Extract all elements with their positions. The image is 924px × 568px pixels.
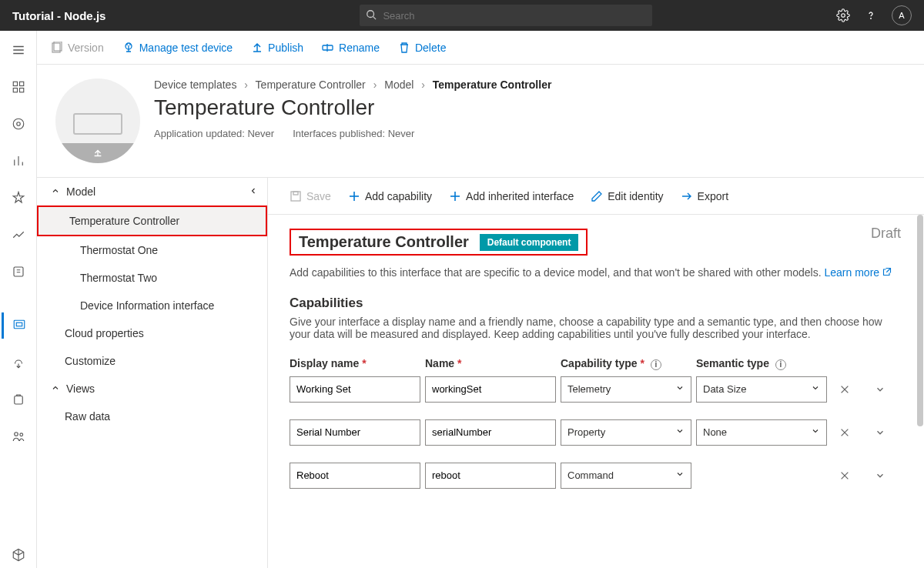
- chevron-down-icon: [675, 383, 685, 395]
- svg-rect-8: [19, 82, 23, 85]
- capability-type-select[interactable]: Telemetry: [561, 376, 691, 403]
- section-title: Temperature Controller: [299, 233, 469, 251]
- col-display-name: Display name *: [290, 357, 420, 370]
- display-name-field[interactable]: [290, 419, 420, 446]
- semantic-type-select[interactable]: Data Size: [696, 376, 827, 403]
- users-icon[interactable]: [2, 423, 35, 449]
- svg-point-2: [842, 14, 845, 18]
- nav-rail: [0, 31, 37, 568]
- svg-rect-18: [16, 322, 22, 326]
- scrollbar[interactable]: [916, 215, 924, 568]
- col-capability-type: Capability type * i: [561, 357, 691, 370]
- capability-row: Property None: [290, 419, 902, 446]
- col-semantic-type: Semantic type i: [696, 357, 827, 370]
- semantic-type-select[interactable]: None: [696, 419, 827, 446]
- breadcrumb-template[interactable]: Temperature Controller: [256, 79, 366, 91]
- svg-point-11: [13, 119, 24, 129]
- edit-identity-button[interactable]: Edit identity: [591, 190, 663, 202]
- gear-icon[interactable]: [836, 8, 850, 22]
- svg-point-0: [367, 10, 374, 17]
- svg-rect-10: [19, 89, 23, 92]
- dashboard-icon[interactable]: [2, 74, 35, 100]
- topbar-right: A: [836, 5, 912, 25]
- page-header: Device templates › Temperature Controlle…: [37, 65, 924, 178]
- expand-row-button[interactable]: [867, 470, 893, 481]
- name-field[interactable]: [425, 419, 556, 446]
- tree-node-cloud-properties[interactable]: Cloud properties: [37, 319, 267, 347]
- section-title-highlight: Temperature Controller Default component: [290, 229, 588, 256]
- status-badge: Draft: [871, 226, 901, 242]
- expand-row-button[interactable]: [867, 384, 893, 395]
- tree-node-customize[interactable]: Customize: [37, 347, 267, 375]
- capabilities-description: Give your interface a display name and a…: [290, 316, 902, 340]
- views-tree-header[interactable]: Views: [37, 375, 267, 403]
- display-name-field[interactable]: [290, 463, 420, 489]
- capability-row: Telemetry Data Size: [290, 376, 902, 403]
- chevron-down-icon: [675, 469, 685, 481]
- manage-test-device-button[interactable]: Manage test device: [122, 42, 233, 54]
- svg-rect-7: [13, 82, 17, 85]
- external-link-icon: [882, 266, 892, 276]
- breadcrumb: Device templates › Temperature Controlle…: [154, 79, 551, 91]
- svg-rect-16: [14, 267, 23, 276]
- device-templates-icon[interactable]: [2, 312, 35, 339]
- device-template-icon[interactable]: [55, 79, 140, 163]
- search-box[interactable]: [360, 5, 652, 26]
- name-field[interactable]: [425, 376, 556, 403]
- breadcrumb-model[interactable]: Model: [384, 79, 413, 91]
- tree-node-thermostat-one[interactable]: Thermostat One: [37, 236, 267, 264]
- help-icon[interactable]: [864, 8, 878, 22]
- svg-rect-9: [13, 89, 17, 92]
- command-bar: Version Manage test device Publish Renam…: [37, 31, 924, 65]
- content-toolbar: Save Add capability Add inherited interf…: [268, 178, 924, 215]
- tree-node-raw-data[interactable]: Raw data: [37, 403, 267, 430]
- hamburger-icon[interactable]: [2, 37, 35, 63]
- delete-row-button[interactable]: [832, 384, 858, 395]
- default-component-badge: Default component: [480, 234, 579, 251]
- version-button: Version: [51, 42, 104, 54]
- name-field[interactable]: [425, 463, 556, 489]
- display-name-field[interactable]: [290, 376, 420, 403]
- analytics-icon[interactable]: [2, 148, 35, 174]
- learn-more-link[interactable]: Learn more: [825, 266, 892, 279]
- interfaces-published-meta: Interfaces published: Never: [293, 128, 414, 139]
- jobs-icon[interactable]: [2, 259, 35, 285]
- capability-type-select[interactable]: Property: [561, 419, 691, 446]
- delete-row-button[interactable]: [832, 427, 858, 438]
- rules-icon[interactable]: [2, 185, 35, 211]
- tree-node-temperature-controller[interactable]: Temperature Controller: [37, 205, 267, 236]
- admin-icon[interactable]: [2, 386, 35, 413]
- model-tree-header[interactable]: Model: [37, 178, 267, 205]
- search-input[interactable]: [383, 10, 646, 22]
- chevron-left-icon[interactable]: [249, 185, 258, 198]
- info-icon[interactable]: i: [775, 359, 786, 370]
- export-button[interactable]: Export: [681, 190, 728, 202]
- rename-button[interactable]: Rename: [322, 42, 380, 54]
- avatar[interactable]: A: [892, 5, 912, 25]
- publish-button[interactable]: Publish: [251, 42, 303, 54]
- chart-icon[interactable]: [2, 222, 35, 248]
- capabilities-table-header: Display name * Name * Capability type * …: [290, 357, 902, 370]
- svg-point-21: [19, 433, 22, 436]
- svg-rect-27: [293, 192, 298, 195]
- delete-row-button[interactable]: [832, 470, 858, 481]
- breadcrumb-current: Temperature Controller: [433, 79, 552, 91]
- tree-node-device-information[interactable]: Device Information interface: [37, 292, 267, 319]
- svg-line-1: [373, 16, 377, 19]
- capability-type-select[interactable]: Command: [561, 463, 691, 489]
- data-export-icon[interactable]: [2, 349, 35, 376]
- add-inherited-interface-button[interactable]: Add inherited interface: [449, 190, 574, 202]
- chevron-up-icon: [51, 185, 60, 198]
- add-capability-button[interactable]: Add capability: [348, 190, 432, 202]
- expand-row-button[interactable]: [867, 427, 893, 438]
- svg-point-12: [16, 122, 20, 126]
- delete-button[interactable]: Delete: [398, 42, 446, 54]
- app-updated-meta: Application updated: Never: [154, 128, 274, 139]
- tree-node-thermostat-two[interactable]: Thermostat Two: [37, 264, 267, 292]
- info-icon[interactable]: i: [651, 359, 661, 370]
- svg-rect-19: [14, 396, 22, 405]
- cube-icon[interactable]: [2, 542, 35, 568]
- breadcrumb-device-templates[interactable]: Device templates: [154, 79, 236, 91]
- devices-icon[interactable]: [2, 111, 35, 137]
- capability-row: Command: [290, 463, 902, 489]
